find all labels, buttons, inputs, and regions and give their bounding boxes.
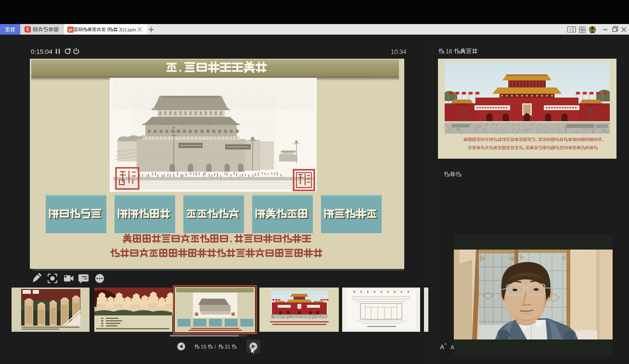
svg-text:15: 15 [201, 344, 206, 350]
svg-text:0:15:04: 0:15:04 [31, 48, 53, 55]
svg-text:+: + [445, 342, 447, 346]
svg-text:P: P [69, 27, 72, 33]
svg-text:(2).pptx: (2).pptx [121, 27, 136, 32]
svg-text:10:34: 10:34 [391, 48, 407, 55]
svg-text:/: / [215, 344, 216, 350]
svg-text:1: 1 [569, 27, 572, 32]
svg-text:31: 31 [225, 344, 231, 350]
svg-text:A: A [440, 343, 445, 351]
svg-text:16: 16 [446, 48, 452, 55]
svg-text:A: A [450, 344, 454, 350]
